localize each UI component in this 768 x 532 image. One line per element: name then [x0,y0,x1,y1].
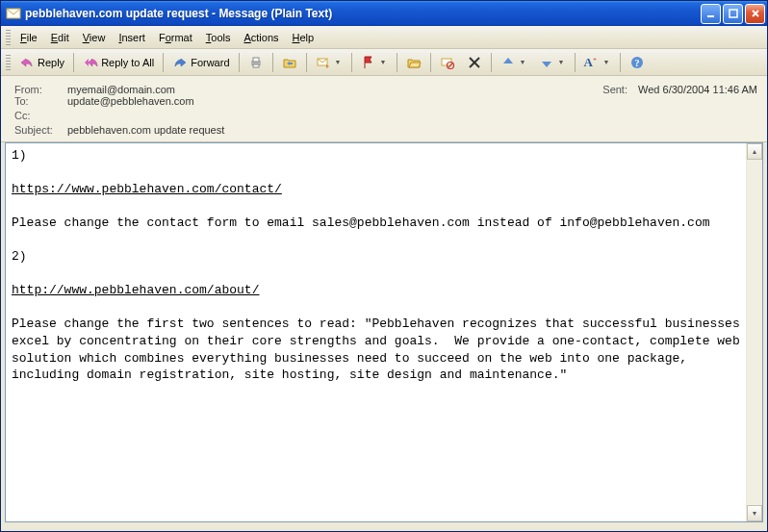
menu-edit[interactable]: Edit [44,29,76,46]
from-label: From: [14,84,67,95]
folder-move-icon [282,55,297,70]
message-body-pane: 1) https://www.pebblehaven.com/contact/ … [5,142,763,522]
categorize-button[interactable] [400,52,427,73]
previous-item-button[interactable]: ▼ [495,52,533,73]
minimize-button[interactable] [701,4,721,24]
cc-label: Cc: [14,110,67,121]
help-button[interactable]: ? [624,52,651,73]
svg-rect-6 [253,58,259,62]
menu-actions[interactable]: Actions [237,29,285,46]
flag-button[interactable]: ▼ [355,52,394,73]
junk-icon [440,55,455,70]
window-controls [701,4,765,24]
body-link-1[interactable]: https://www.pebblehaven.com/contact/ [12,182,282,196]
reply-button[interactable]: Reply [13,52,70,73]
to-value: update@pebblehaven.com [67,95,194,107]
toolbar-grip[interactable] [6,30,11,45]
toolbar: Reply Reply to All Forward ▼ ▼ ▼ ▼ A+▼ ? [1,49,767,76]
create-rule-button[interactable]: ▼ [310,52,348,73]
menu-insert[interactable]: Insert [112,29,152,46]
svg-rect-7 [253,64,259,67]
scroll-track[interactable] [747,160,762,505]
reply-icon [19,55,35,70]
arrow-up-icon [500,55,516,70]
to-label: To: [14,95,67,107]
next-item-button[interactable]: ▼ [533,52,572,73]
dropdown-icon: ▼ [602,59,611,65]
junk-button[interactable] [434,52,461,73]
forward-button[interactable]: Forward [166,52,235,73]
mail-icon [6,6,21,21]
forward-icon [172,55,188,70]
body-link-2[interactable]: http://www.pebblehaven.com/about/ [12,283,259,297]
flag-icon [361,55,376,70]
folder-open-icon [406,55,422,70]
message-body[interactable]: 1) https://www.pebblehaven.com/contact/ … [6,143,746,521]
svg-text:?: ? [634,58,639,68]
sent-label: Sent: [602,84,627,95]
dropdown-icon: ▼ [379,59,388,65]
move-to-folder-button[interactable] [276,52,303,73]
reply-all-button[interactable]: Reply to All [77,52,160,73]
delete-button[interactable] [461,52,488,73]
titlebar[interactable]: pebblehaven.com update request - Message… [1,1,767,26]
message-headers: From: myemail@domain.com Sent: Wed 6/30/… [1,76,767,142]
maximize-button[interactable] [723,4,743,24]
menu-view[interactable]: View [76,29,113,46]
envelope-arrow-icon [316,55,331,70]
font-size-icon: A+ [584,55,600,70]
delete-icon [467,55,482,70]
svg-rect-2 [730,10,737,17]
toolbar-grip[interactable] [6,55,11,70]
menu-help[interactable]: Help [286,29,321,46]
reply-label: Reply [38,57,64,68]
from-value: myemail@domain.com [67,84,175,95]
statusbar [1,526,767,531]
dropdown-icon: ▼ [557,59,566,65]
vertical-scrollbar[interactable]: ▴ ▾ [746,143,762,521]
message-window: pebblehaven.com update request - Message… [0,0,768,532]
print-icon [248,55,264,70]
dropdown-icon: ▼ [519,59,527,65]
reply-all-icon [83,55,98,70]
menu-tools[interactable]: Tools [199,29,238,46]
sent-value: Wed 6/30/2004 11:46 AM [638,84,757,95]
svg-rect-1 [707,15,714,17]
dropdown-icon: ▼ [334,59,343,65]
subject-label: Subject: [14,124,67,136]
help-icon: ? [629,55,645,70]
arrow-down-icon [539,55,554,70]
menu-format[interactable]: Format [152,29,199,46]
scroll-up-button[interactable]: ▴ [747,143,762,160]
font-size-button[interactable]: A+▼ [578,52,617,73]
forward-label: Forward [191,57,229,68]
subject-value: pebblehaven.com update request [67,124,224,136]
reply-all-label: Reply to All [101,57,154,68]
menu-file[interactable]: File [13,29,44,46]
print-button[interactable] [243,52,269,73]
window-title: pebblehaven.com update request - Message… [25,7,701,20]
close-button[interactable] [745,4,765,24]
scroll-down-button[interactable]: ▾ [747,505,762,521]
menubar: File Edit View Insert Format Tools Actio… [1,26,767,49]
